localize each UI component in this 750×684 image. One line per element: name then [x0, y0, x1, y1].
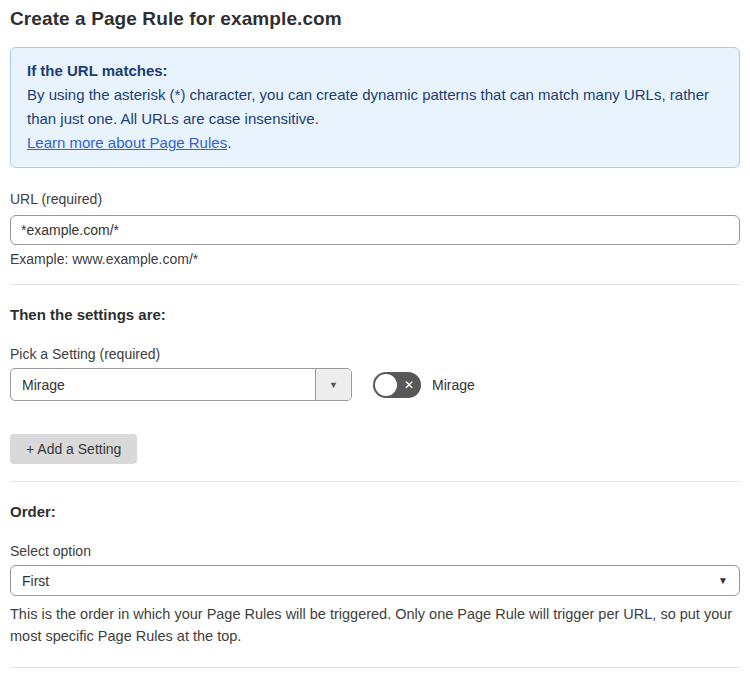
actions-divider	[10, 667, 740, 668]
setting-row: Mirage ▼ ✕ Mirage	[10, 368, 740, 401]
url-input[interactable]	[10, 215, 740, 245]
order-helper-text: This is the order in which your Page Rul…	[10, 603, 740, 647]
toggle-setting-label: Mirage	[432, 377, 475, 393]
chevron-down-icon[interactable]: ▼	[315, 369, 351, 400]
link-suffix: .	[227, 134, 231, 151]
info-box-heading: If the URL matches:	[27, 59, 723, 83]
pick-setting-label: Pick a Setting (required)	[10, 346, 740, 362]
section-divider	[10, 284, 740, 285]
settings-section-heading: Then the settings are:	[10, 306, 740, 323]
url-match-info-box: If the URL matches: By using the asteris…	[10, 47, 740, 168]
toggle-off-x-icon: ✕	[404, 372, 414, 398]
order-select-label: Select option	[10, 543, 740, 559]
url-field-label: URL (required)	[10, 191, 740, 207]
pick-setting-select[interactable]: Mirage ▼	[10, 368, 352, 401]
pick-setting-value: Mirage	[11, 369, 315, 400]
chevron-glyph: ▼	[329, 380, 338, 390]
chevron-down-icon: ▼	[718, 575, 728, 586]
order-section-heading: Order:	[10, 503, 740, 520]
mirage-toggle[interactable]: ✕	[373, 372, 421, 398]
learn-more-link[interactable]: Learn more about Page Rules	[27, 134, 227, 151]
create-page-rule-form: Create a Page Rule for example.com If th…	[0, 0, 750, 684]
toggle-knob	[375, 374, 397, 396]
info-box-link-line: Learn more about Page Rules.	[27, 131, 723, 155]
add-setting-button[interactable]: + Add a Setting	[10, 434, 137, 464]
info-box-body: By using the asterisk (*) character, you…	[27, 83, 723, 131]
order-select[interactable]: First ▼	[10, 565, 740, 596]
page-title: Create a Page Rule for example.com	[10, 8, 740, 30]
url-example-helper: Example: www.example.com/*	[10, 251, 740, 267]
order-select-value: First	[22, 573, 718, 589]
section-divider-2	[10, 481, 740, 482]
